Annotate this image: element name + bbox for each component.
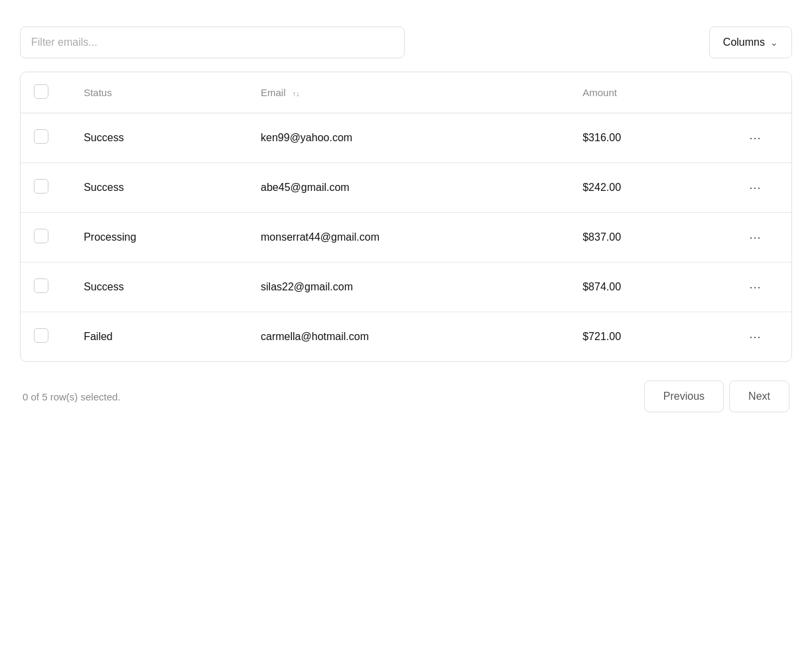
row-actions-cell: ⋯ — [730, 113, 791, 163]
row-amount: $874.00 — [569, 263, 730, 312]
row-email: abe45@gmail.com — [247, 163, 569, 213]
row-email: carmella@hotmail.com — [247, 312, 569, 362]
previous-button[interactable]: Previous — [644, 381, 724, 412]
row-status: Success — [70, 113, 247, 163]
header-checkbox-cell — [21, 72, 70, 113]
row-status: Failed — [70, 312, 247, 362]
row-amount: $316.00 — [569, 113, 730, 163]
table-row: Success abe45@gmail.com $242.00 ⋯ — [21, 163, 791, 213]
row-checkbox-1[interactable] — [34, 129, 48, 144]
table-row: Success ken99@yahoo.com $316.00 ⋯ — [21, 113, 791, 163]
row-actions-cell: ⋯ — [730, 263, 791, 312]
table-row: Success silas22@gmail.com $874.00 ⋯ — [21, 263, 791, 312]
table-row: Failed carmella@hotmail.com $721.00 ⋯ — [21, 312, 791, 362]
chevron-down-icon: ⌄ — [770, 37, 778, 48]
row-actions-cell: ⋯ — [730, 213, 791, 263]
row-actions-button[interactable]: ⋯ — [744, 178, 768, 198]
columns-label: Columns — [723, 36, 765, 48]
header-actions — [730, 72, 791, 113]
select-all-checkbox[interactable] — [34, 84, 48, 99]
row-count-label: 0 of 5 row(s) selected. — [23, 391, 121, 402]
row-checkbox-4[interactable] — [34, 278, 48, 293]
row-amount: $837.00 — [569, 213, 730, 263]
row-actions-button[interactable]: ⋯ — [744, 128, 768, 148]
filter-input[interactable] — [20, 27, 405, 58]
pagination-controls: Previous Next — [644, 381, 789, 412]
row-amount: $721.00 — [569, 312, 730, 362]
email-sort-icon[interactable]: ↑↓ — [293, 90, 300, 97]
row-actions-button[interactable]: ⋯ — [744, 327, 768, 347]
toolbar: Columns ⌄ — [20, 27, 792, 58]
row-status: Success — [70, 163, 247, 213]
header-status: Status — [70, 72, 247, 113]
row-actions-cell: ⋯ — [730, 163, 791, 213]
row-status: Success — [70, 263, 247, 312]
columns-button[interactable]: Columns ⌄ — [709, 27, 792, 58]
row-email: silas22@gmail.com — [247, 263, 569, 312]
row-checkbox-cell — [21, 263, 70, 312]
row-checkbox-cell — [21, 213, 70, 263]
row-checkbox-cell — [21, 312, 70, 362]
row-actions-button[interactable]: ⋯ — [744, 277, 768, 297]
row-email: monserrat44@gmail.com — [247, 213, 569, 263]
row-actions-button[interactable]: ⋯ — [744, 227, 768, 247]
row-checkbox-2[interactable] — [34, 179, 48, 194]
row-checkbox-cell — [21, 163, 70, 213]
row-checkbox-cell — [21, 113, 70, 163]
header-email[interactable]: Email ↑↓ — [247, 72, 569, 113]
next-button[interactable]: Next — [729, 381, 789, 412]
header-amount: Amount — [569, 72, 730, 113]
row-email: ken99@yahoo.com — [247, 113, 569, 163]
row-checkbox-3[interactable] — [34, 229, 48, 243]
table-footer: 0 of 5 row(s) selected. Previous Next — [20, 381, 792, 412]
row-amount: $242.00 — [569, 163, 730, 213]
row-status: Processing — [70, 213, 247, 263]
row-actions-cell: ⋯ — [730, 312, 791, 362]
table-header-row: Status Email ↑↓ Amount — [21, 72, 791, 113]
row-checkbox-5[interactable] — [34, 328, 48, 343]
data-table: Status Email ↑↓ Amount Success ken99@yah… — [20, 72, 792, 362]
table-row: Processing monserrat44@gmail.com $837.00… — [21, 213, 791, 263]
